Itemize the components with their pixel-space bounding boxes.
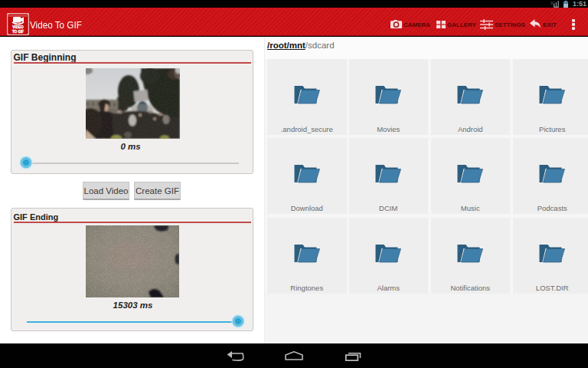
svg-text:TO GIF: TO GIF — [12, 30, 24, 34]
svg-text:VIDEO: VIDEO — [12, 25, 24, 29]
svg-text:3G: 3G — [550, 2, 556, 5]
